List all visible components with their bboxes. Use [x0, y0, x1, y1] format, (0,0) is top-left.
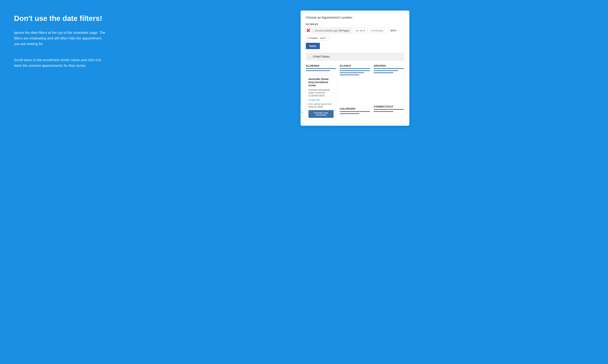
state-column-arizona: ARIZONA CONNECTICUT	[374, 64, 404, 120]
location-wrapper: Huntsville Global Entry Enrollment Cente…	[306, 74, 336, 120]
location-address: Huntsville International Airport, Huntsv…	[309, 89, 334, 97]
bar	[340, 68, 370, 69]
google-map-link[interactable]: Google Map	[309, 99, 334, 101]
arizona-spacer	[374, 77, 404, 105]
bar	[306, 70, 330, 71]
on-label: on	[356, 29, 358, 32]
green-arrow-icon: →	[298, 109, 304, 115]
bar	[374, 72, 393, 73]
bar	[340, 75, 360, 75]
filter-text-box: Soonest available appt. OR Appts.	[312, 28, 352, 34]
bar	[306, 68, 336, 69]
appts-select[interactable]: any 1 2	[319, 37, 326, 39]
choose-location-button[interactable]: CHOOSE THIS LOCATION	[309, 110, 334, 118]
colorado-bars	[340, 111, 370, 115]
state-column-alabama: ALABAMA Huntsville Global Entry Enrollme…	[306, 64, 336, 120]
scheduler-card: Choose an Appointment Location FILTER BY…	[301, 11, 409, 126]
date-input[interactable]	[369, 28, 389, 33]
appts-label: # of appts.	[308, 37, 318, 39]
on-select-box[interactable]: on on	[354, 28, 367, 33]
alabama-bars	[306, 68, 336, 72]
on-select[interactable]: on	[360, 29, 366, 32]
filter-section: FILTER BY: ✕ Soonest available appt. OR …	[306, 23, 404, 49]
state-name-alaska: ALASKA	[340, 64, 370, 67]
state-name-arizona: ARIZONA	[374, 64, 404, 67]
main-heading: Don't use the date filters!	[14, 14, 105, 23]
appts-select-box[interactable]: # of appts. any 1 2	[306, 35, 329, 41]
right-panel: Choose an Appointment Location FILTER BY…	[116, 11, 594, 126]
bar	[340, 70, 370, 71]
arizona-bars	[374, 68, 404, 74]
bar	[374, 111, 393, 112]
chevron-down-icon: ⌄	[309, 55, 311, 58]
card-title: Choose an Appointment Location	[306, 16, 404, 19]
bar	[374, 70, 398, 71]
alaska-bars	[340, 68, 370, 76]
bar	[374, 68, 404, 69]
filter-row: ✕ Soonest available appt. OR Appts. on o…	[306, 28, 404, 41]
united-states-label: United States	[313, 55, 330, 58]
state-name-colorado: COLORADO	[340, 107, 370, 110]
filter-text-bold: OR Appts.	[339, 29, 350, 32]
states-grid: ALABAMA Huntsville Global Entry Enrollme…	[306, 64, 404, 120]
filter-label: FILTER BY:	[306, 23, 404, 26]
location-card: Huntsville Global Entry Enrollment Cente…	[306, 75, 336, 120]
next-appt-label: Next available appointment:	[309, 103, 334, 105]
connecticut-bars	[374, 109, 404, 113]
left-panel: Don't use the date filters! Ignore the d…	[14, 11, 105, 68]
next-appt-date: June 21, 2022	[309, 105, 334, 108]
bar	[340, 72, 364, 73]
apply-button[interactable]: Apply	[306, 43, 320, 49]
with-label: WITH	[391, 29, 396, 32]
united-states-header: ⌄ United States	[306, 52, 404, 61]
location-name: Huntsville Global Entry Enrollment Cente…	[309, 78, 334, 87]
bar	[374, 109, 404, 110]
state-column-alaska: ALASKA COLORADO	[340, 64, 370, 120]
state-name-alabama: ALABAMA	[306, 64, 336, 67]
state-name-connecticut: CONNECTICUT	[374, 105, 404, 108]
bar	[340, 111, 370, 112]
paragraph-1: Ignore the date filters at the top of th…	[14, 30, 105, 47]
x-icon: ✕	[306, 28, 311, 34]
alaska-spacer	[340, 79, 370, 107]
bar	[340, 113, 360, 114]
paragraph-2: Scroll down to the enrollment center nam…	[14, 57, 105, 68]
filter-text-prefix: Soonest available appt.	[315, 29, 338, 32]
